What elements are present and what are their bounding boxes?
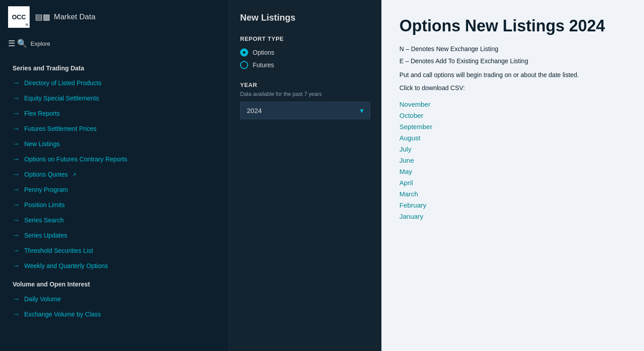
arrow-icon: → <box>13 79 20 87</box>
arrow-icon: → <box>13 310 20 318</box>
nav-link-futures-settlement[interactable]: Futures Settlement Prices <box>24 125 96 132</box>
section-volume-heading: Volume and Open Interest <box>0 273 229 291</box>
nav-link-options-futures[interactable]: Options on Futures Contrary Reports <box>24 156 127 163</box>
arrow-icon: → <box>13 109 20 117</box>
nav-item-options-futures[interactable]: → Options on Futures Contrary Reports <box>0 152 229 167</box>
nav-item-penny[interactable]: → Penny Program <box>0 182 229 197</box>
menu-icon: ☰ <box>8 39 15 48</box>
nav-item-series-search[interactable]: → Series Search <box>0 212 229 228</box>
nav-item-futures-settlement[interactable]: → Futures Settlement Prices <box>0 121 229 136</box>
arrow-icon: → <box>13 170 20 178</box>
arrow-icon: → <box>13 125 20 133</box>
radio-options[interactable]: Options <box>240 48 370 56</box>
nav-item-directory[interactable]: → Directory of Listed Products <box>0 75 229 91</box>
nav-item-series-updates[interactable]: → Series Updates <box>0 228 229 243</box>
month-july[interactable]: July <box>399 145 626 153</box>
nav-link-directory[interactable]: Directory of Listed Products <box>24 79 101 87</box>
external-link-icon: ↗ <box>72 172 76 178</box>
sidebar: OCC ▤▩ Market Data ☰ 🔍 Explore Series an… <box>0 0 229 351</box>
market-data-header: ▤▩ Market Data <box>35 12 96 22</box>
search-icon: 🔍 <box>17 39 27 48</box>
nav-item-daily-volume[interactable]: → Daily Volume <box>0 291 229 307</box>
description-line1: N – Denotes New Exchange Listing <box>399 44 626 54</box>
month-october[interactable]: October <box>399 112 626 119</box>
year-label: Year <box>240 82 370 88</box>
nav-link-series-updates[interactable]: Series Updates <box>24 232 67 239</box>
description-line2: E – Denotes Add To Existing Exchange Lis… <box>399 56 626 66</box>
nav-item-weekly[interactable]: → Weekly and Quarterly Options <box>0 258 229 273</box>
month-april[interactable]: April <box>399 179 626 186</box>
nav-link-new-listings[interactable]: New Listings <box>24 140 60 147</box>
nav-item-equity[interactable]: → Equity Special Settlements <box>0 91 229 106</box>
arrow-icon: → <box>13 247 20 255</box>
arrow-icon: → <box>13 186 20 194</box>
nav-content: Series and Trading Data → Directory of L… <box>0 53 229 331</box>
radio-futures[interactable]: Futures <box>240 61 370 69</box>
nav-link-series-search[interactable]: Series Search <box>24 217 64 224</box>
explore-label: Explore <box>31 40 50 47</box>
right-panel: Options New Listings 2024 N – Denotes Ne… <box>381 0 644 351</box>
year-select-wrapper: 2024 2023 2022 2021 2020 2019 2018 ▼ <box>240 102 370 119</box>
month-january[interactable]: January <box>399 212 626 220</box>
month-june[interactable]: June <box>399 156 626 164</box>
month-august[interactable]: August <box>399 134 626 142</box>
nav-link-flex[interactable]: Flex Reports <box>24 110 60 117</box>
description-line3: Put and call options will begin trading … <box>399 70 626 80</box>
nav-item-flex[interactable]: → Flex Reports <box>0 106 229 121</box>
nav-link-daily-volume[interactable]: Daily Volume <box>24 295 61 303</box>
nav-link-exchange-volume[interactable]: Exchange Volume by Class <box>24 311 101 318</box>
arrow-icon: → <box>13 201 20 209</box>
month-march[interactable]: March <box>399 190 626 198</box>
nav-item-exchange-volume[interactable]: → Exchange Volume by Class <box>0 307 229 322</box>
nav-link-threshold[interactable]: Threshold Securities List <box>24 247 93 254</box>
center-panel: New Listings Report Type Options Futures… <box>229 0 381 351</box>
year-select[interactable]: 2024 2023 2022 2021 2020 2019 2018 <box>240 102 370 119</box>
section-series-trading-heading: Series and Trading Data <box>0 57 229 75</box>
app-header: OCC ▤▩ Market Data <box>0 0 229 34</box>
arrow-icon: → <box>13 216 20 224</box>
nav-link-options-quotes[interactable]: Options Quotes <box>24 171 68 178</box>
month-september[interactable]: September <box>399 123 626 130</box>
arrow-icon: → <box>13 94 20 102</box>
bar-chart-icon: ▤▩ <box>35 12 50 22</box>
radio-options-label: Options <box>253 49 274 56</box>
radio-futures-circle[interactable] <box>240 61 248 69</box>
arrow-icon: → <box>13 262 20 270</box>
data-available-note: Data available for the past 7 years <box>240 91 370 97</box>
nav-link-equity[interactable]: Equity Special Settlements <box>24 95 99 102</box>
right-panel-title: Options New Listings 2024 <box>399 16 626 35</box>
explore-icons: ☰ 🔍 <box>8 39 27 48</box>
arrow-icon: → <box>13 155 20 163</box>
arrow-icon: → <box>13 295 20 303</box>
nav-link-weekly[interactable]: Weekly and Quarterly Options <box>24 262 108 269</box>
panel-title: New Listings <box>240 13 370 23</box>
market-data-title: Market Data <box>54 13 96 22</box>
month-february[interactable]: February <box>399 201 626 209</box>
arrow-icon: → <box>13 140 20 148</box>
click-note: Click to download CSV: <box>399 84 626 91</box>
explore-area[interactable]: ☰ 🔍 Explore <box>0 34 229 53</box>
occ-logo: OCC <box>8 6 30 28</box>
nav-item-threshold[interactable]: → Threshold Securities List <box>0 243 229 258</box>
nav-item-new-listings[interactable]: → New Listings <box>0 136 229 152</box>
month-may[interactable]: May <box>399 168 626 175</box>
nav-item-options-quotes[interactable]: → Options Quotes ↗ <box>0 167 229 182</box>
nav-link-position-limits[interactable]: Position Limits <box>24 201 65 208</box>
nav-item-position-limits[interactable]: → Position Limits <box>0 197 229 212</box>
report-type-radio-group: Options Futures <box>240 48 370 69</box>
radio-options-circle[interactable] <box>240 48 248 56</box>
months-list: November October September August July J… <box>399 100 626 223</box>
nav-link-penny[interactable]: Penny Program <box>24 186 68 193</box>
month-november[interactable]: November <box>399 100 626 108</box>
report-type-label: Report Type <box>240 35 370 42</box>
radio-futures-label: Futures <box>253 61 274 69</box>
arrow-icon: → <box>13 231 20 239</box>
